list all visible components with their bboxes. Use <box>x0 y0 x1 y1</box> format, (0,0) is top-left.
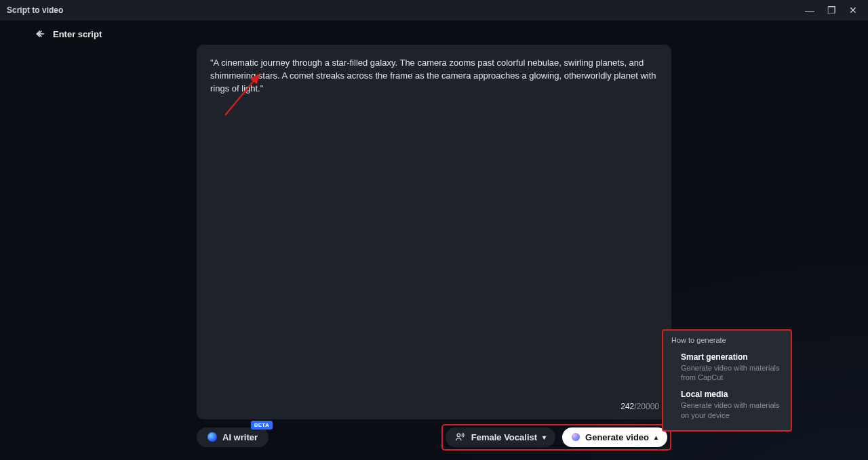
page-header: Enter script <box>0 20 868 47</box>
voice-label: Female Vocalist <box>471 432 537 442</box>
titlebar: Script to video <box>0 0 868 20</box>
voice-selector[interactable]: Female Vocalist ▾ <box>446 427 555 447</box>
counter-max: 20000 <box>637 402 659 411</box>
generate-video-button[interactable]: Generate video ▴ <box>562 427 667 447</box>
ai-writer-button[interactable]: AI writer BETA <box>197 427 269 447</box>
popup-item-title: Smart generation <box>681 352 783 362</box>
svg-point-2 <box>457 434 460 437</box>
maximize-button[interactable]: ❐ <box>825 3 838 17</box>
popup-item-desc: Generate video with materials on your de… <box>681 400 783 421</box>
ai-orb-icon <box>208 432 217 442</box>
generate-options-popup: How to generate Smart generation Generat… <box>662 329 792 432</box>
minimize-button[interactable]: — <box>803 3 816 17</box>
ai-writer-label: AI writer <box>222 432 258 442</box>
popup-title: How to generate <box>671 336 783 344</box>
character-counter: 242/20000 <box>620 402 659 411</box>
generate-controls-group: Female Vocalist ▾ Generate video ▴ <box>441 424 671 451</box>
generate-label: Generate video <box>585 432 649 442</box>
voice-icon <box>455 432 466 442</box>
chevron-up-icon: ▴ <box>654 434 658 441</box>
app-title: Script to video <box>7 5 63 15</box>
popup-item-desc: Generate video with materials from CapCu… <box>681 363 783 383</box>
script-panel: "A cinematic journey through a star-fill… <box>197 45 671 419</box>
popup-item-title: Local media <box>681 390 783 399</box>
close-button[interactable]: ✕ <box>846 3 860 17</box>
beta-badge: BETA <box>251 421 273 430</box>
popup-item-smart-generation[interactable]: Smart generation Generate video with mat… <box>671 348 783 386</box>
generate-orb-icon <box>572 433 580 441</box>
popup-item-local-media[interactable]: Local media Generate video with material… <box>671 385 783 423</box>
chevron-down-icon: ▾ <box>542 434 546 441</box>
script-textarea[interactable]: "A cinematic journey through a star-fill… <box>210 57 658 96</box>
back-arrow-icon[interactable] <box>34 28 46 40</box>
window-controls: — ❐ ✕ <box>803 0 868 20</box>
counter-current: 242 <box>620 402 634 411</box>
page-title: Enter script <box>53 29 102 39</box>
